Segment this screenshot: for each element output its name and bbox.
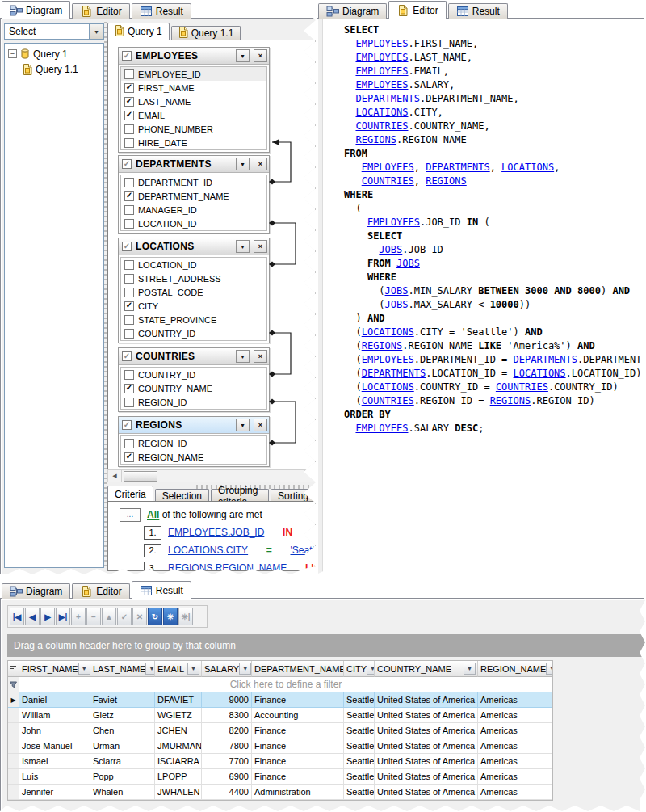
column-filter-dropdown-icon[interactable]: ▼ — [367, 663, 375, 675]
sql-table-link[interactable]: EMPLOYEES — [362, 354, 414, 365]
sql-table-link[interactable]: JOBS — [379, 244, 402, 255]
cell-last-name[interactable]: Whalen — [90, 785, 155, 800]
column-header-first-name[interactable]: FIRST_NAME▼ — [19, 661, 90, 677]
select-dropdown[interactable]: Select ▼ — [4, 23, 104, 40]
cell-department-name[interactable]: Finance — [252, 738, 344, 754]
table-dropdown-button[interactable]: ▼ — [236, 240, 250, 253]
column-header-region-name[interactable]: REGION_NAME▼ — [478, 661, 552, 677]
cell-salary[interactable]: 7700 — [202, 754, 252, 769]
sql-table-link[interactable]: COUNTRIES — [496, 381, 548, 393]
field-row-email[interactable]: EMAIL — [121, 108, 266, 122]
filter-prompt[interactable]: Click here to define a filter — [19, 677, 552, 692]
field-row-location-id[interactable]: LOCATION_ID — [121, 217, 266, 230]
table-header-employees[interactable]: EMPLOYEES▼× — [119, 48, 269, 65]
field-checkbox[interactable] — [124, 83, 134, 93]
table-close-button[interactable]: × — [254, 240, 267, 253]
sql-table-link[interactable]: DEPARTMENTS — [355, 93, 419, 104]
field-checkbox[interactable] — [124, 97, 134, 107]
field-row-street-address[interactable]: STREET_ADDRESS — [121, 271, 266, 285]
field-row-manager-id[interactable]: MANAGER_ID — [121, 203, 266, 217]
cancel-fetch-button[interactable]: ✳| — [178, 608, 193, 625]
field-checkbox[interactable] — [124, 111, 134, 120]
cell-first-name[interactable]: Luis — [19, 769, 90, 785]
column-header-department-name[interactable]: DEPARTMENT_NAME▼ — [252, 661, 344, 677]
sql-table-link[interactable]: EMPLOYEES — [355, 423, 408, 434]
column-filter-dropdown-icon[interactable]: ▼ — [546, 663, 552, 675]
table-row[interactable]: JohnChenJCHEN8200FinanceSeattleUnited St… — [8, 723, 552, 738]
cell-country-name[interactable]: United States of America — [375, 754, 478, 769]
tab-diagram[interactable]: Diagram — [318, 3, 387, 19]
cell-email[interactable]: DFAVIET — [155, 692, 202, 708]
field-checkbox[interactable] — [124, 274, 134, 284]
tab-diagram[interactable]: Diagram — [2, 1, 70, 19]
table-close-button[interactable]: × — [254, 350, 267, 363]
grid-menu-icon[interactable] — [8, 661, 19, 677]
delete-button[interactable]: − — [86, 608, 101, 625]
sql-table-link[interactable]: DEPARTMENTS — [426, 162, 489, 173]
sql-table-link[interactable]: COUNTRIES — [362, 175, 414, 187]
table-checkbox[interactable] — [122, 420, 132, 430]
sidebar-splitter[interactable] — [104, 22, 107, 570]
field-checkbox[interactable] — [124, 69, 134, 79]
tab-query-1-1[interactable]: Query 1.1 — [171, 26, 241, 40]
table-dropdown-button[interactable]: ▼ — [236, 158, 250, 170]
field-checkbox[interactable] — [124, 301, 134, 311]
sql-table-link[interactable]: LOCATIONS — [355, 107, 408, 118]
cell-department-name[interactable]: Finance — [252, 769, 344, 785]
cell-first-name[interactable]: Jose Manuel — [19, 738, 90, 754]
post-button[interactable]: ✓ — [117, 608, 132, 625]
field-checkbox[interactable] — [124, 124, 134, 134]
sql-editor[interactable]: SELECT EMPLOYEES.FIRST_NAME, EMPLOYEES.L… — [325, 19, 644, 574]
table-checkbox[interactable] — [122, 242, 132, 251]
column-filter-dropdown-icon[interactable]: ▼ — [187, 663, 199, 675]
sql-table-link[interactable]: REGIONS — [490, 395, 531, 406]
table-checkbox[interactable] — [122, 51, 132, 61]
insert-button[interactable]: + — [71, 608, 86, 625]
cell-department-name[interactable]: Finance — [252, 692, 344, 708]
field-checkbox[interactable] — [124, 398, 134, 407]
cell-department-name[interactable]: Administration — [252, 785, 344, 800]
cell-first-name[interactable]: John — [19, 723, 90, 738]
cell-department-name[interactable]: Finance — [252, 754, 344, 769]
chevron-down-icon[interactable]: ▼ — [89, 24, 103, 39]
next-button[interactable]: ▶ — [40, 608, 55, 625]
fetch-all-button[interactable]: ✳ — [163, 608, 178, 625]
criteria-all-link[interactable]: All — [147, 509, 159, 520]
cell-region-name[interactable]: Americas — [478, 769, 552, 785]
diagram-canvas[interactable]: EMPLOYEES▼×EMPLOYEE_IDFIRST_NAMELAST_NAM… — [107, 40, 316, 471]
table-close-button[interactable]: × — [254, 419, 267, 431]
column-header-email[interactable]: EMAIL▼ — [155, 661, 202, 677]
field-checkbox[interactable] — [124, 370, 134, 380]
cell-salary[interactable]: 7800 — [202, 738, 252, 754]
cell-region-name[interactable]: Americas — [478, 738, 552, 754]
cell-country-name[interactable]: United States of America — [375, 785, 478, 800]
sql-table-link[interactable]: EMPLOYEES — [355, 65, 408, 77]
cell-email[interactable]: LPOPP — [155, 769, 202, 785]
field-checkbox[interactable] — [124, 205, 134, 215]
table-checkbox[interactable] — [122, 351, 132, 361]
table-checkbox[interactable] — [122, 159, 132, 169]
field-row-country-id[interactable]: COUNTRY_ID — [121, 368, 266, 381]
sql-table-link[interactable]: DEPARTMENTS — [514, 354, 577, 365]
tab-result[interactable]: Result — [132, 581, 191, 600]
cell-email[interactable]: WGIETZ — [155, 708, 202, 723]
cell-region-name[interactable]: Americas — [478, 692, 552, 708]
field-row-region-id[interactable]: REGION_ID — [121, 395, 266, 409]
scroll-left-arrow-icon[interactable]: ◀ — [108, 470, 122, 482]
sql-table-link[interactable]: REGIONS — [355, 134, 396, 145]
cell-city[interactable]: Seattle — [344, 692, 375, 708]
cell-region-name[interactable]: Americas — [478, 708, 552, 723]
sql-table-link[interactable]: DEPARTMENTS — [362, 368, 426, 379]
cell-city[interactable]: Seattle — [344, 708, 375, 723]
cell-email[interactable]: JMURMAN — [155, 738, 202, 754]
table-row[interactable]: Jose ManuelUrmanJMURMAN7800FinanceSeattl… — [8, 738, 552, 754]
cell-last-name[interactable]: Sciarra — [90, 754, 155, 769]
column-header-salary[interactable]: SALARY▼ — [202, 661, 252, 677]
field-checkbox[interactable] — [124, 384, 134, 393]
cell-country-name[interactable]: United States of America — [375, 769, 478, 785]
cell-city[interactable]: Seattle — [344, 723, 375, 738]
column-filter-dropdown-icon[interactable]: ▼ — [464, 663, 476, 675]
prior-button[interactable]: ◀ — [25, 608, 40, 625]
field-checkbox[interactable] — [124, 191, 134, 201]
cell-salary[interactable]: 6900 — [202, 769, 252, 785]
